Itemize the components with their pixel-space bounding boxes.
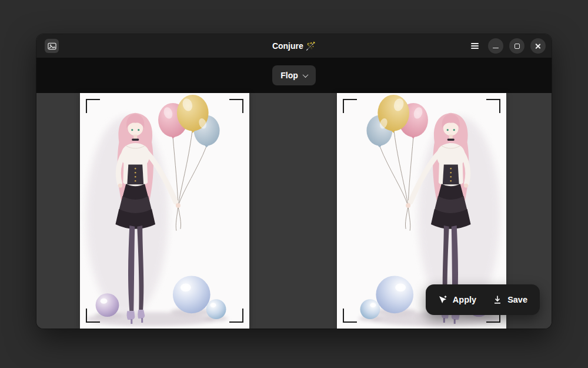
close-icon — [535, 43, 542, 49]
headerbar: Conjure 🪄 — [36, 34, 552, 58]
image-preview-original — [80, 93, 249, 329]
magic-wand-cursor-icon — [438, 295, 447, 304]
minimize-icon — [493, 48, 499, 49]
minimize-button[interactable] — [488, 38, 503, 54]
hamburger-menu-icon[interactable] — [467, 38, 482, 54]
maximize-icon — [514, 44, 520, 49]
close-button[interactable] — [530, 38, 546, 54]
apply-label: Apply — [453, 295, 476, 304]
hamburger-glyph — [471, 43, 479, 49]
maximize-button[interactable] — [509, 38, 524, 54]
download-save-icon — [493, 295, 502, 304]
floating-action-bar: Apply Save — [426, 284, 540, 315]
apply-button[interactable]: Apply — [430, 289, 484, 310]
window-controls — [467, 38, 546, 54]
original-artwork — [80, 93, 249, 329]
save-button[interactable]: Save — [485, 289, 535, 310]
save-label: Save — [507, 295, 527, 304]
operation-toolbar: Flop — [36, 58, 552, 93]
desktop: { "window": { "title": "Conjure 🪄" }, "h… — [0, 0, 588, 368]
operation-label: Flop — [280, 71, 298, 80]
app-image-icon — [45, 39, 59, 53]
app-window: Conjure 🪄 Flop — [36, 34, 552, 329]
chevron-down-icon — [302, 72, 308, 78]
operation-dropdown[interactable]: Flop — [272, 65, 316, 85]
